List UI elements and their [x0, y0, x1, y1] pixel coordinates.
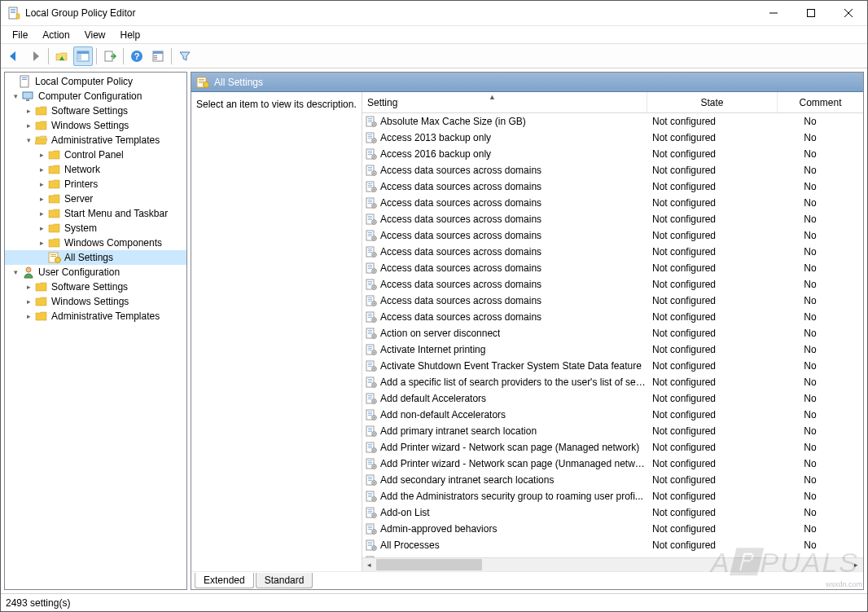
setting-row[interactable]: Action on server disconnectNot configure… — [362, 325, 863, 341]
tree-pane[interactable]: Local Computer Policy ▾ Computer Configu… — [4, 72, 187, 590]
column-comment[interactable]: Comment — [778, 92, 863, 112]
chevron-right-icon[interactable]: ▸ — [36, 222, 48, 235]
tree-item[interactable]: ▸Control Panel — [5, 147, 186, 162]
setting-row[interactable]: Add secondary intranet search locationsN… — [362, 472, 863, 488]
setting-row[interactable]: Add the Administrators security group to… — [362, 488, 863, 504]
tree-item[interactable]: ▸Network — [5, 162, 186, 177]
svg-point-90 — [374, 271, 375, 272]
tree-item[interactable]: ▸System — [5, 221, 186, 236]
menu-file[interactable]: File — [6, 28, 34, 42]
titlebar[interactable]: Local Group Policy Editor — [1, 1, 867, 26]
tree-item[interactable]: ▸Software Settings — [5, 280, 186, 294]
up-button[interactable] — [52, 46, 72, 66]
tree-item[interactable]: ▸Printers — [5, 177, 186, 192]
tree-user-configuration[interactable]: ▾ User Configuration — [5, 265, 186, 280]
scroll-right-icon[interactable]: ▸ — [849, 558, 863, 571]
setting-row[interactable]: Add default AcceleratorsNot configuredNo — [362, 390, 863, 407]
setting-row[interactable]: Activate Internet printingNot configured… — [362, 341, 863, 358]
setting-row[interactable]: Access data sources across domainsNot co… — [362, 276, 863, 293]
chevron-right-icon[interactable]: ▸ — [36, 164, 48, 176]
setting-row[interactable]: Access data sources across domainsNot co… — [362, 244, 863, 260]
setting-row[interactable]: Add a specific list of search providers … — [362, 374, 863, 390]
setting-row[interactable]: Access data sources across domainsNot co… — [362, 309, 863, 325]
tree-administrative-templates[interactable]: ▾ Administrative Templates — [5, 133, 186, 147]
setting-comment: No — [778, 539, 843, 551]
setting-row[interactable]: Add primary intranet search locationNot … — [362, 423, 863, 439]
setting-state: Not configured — [647, 376, 778, 388]
setting-row[interactable]: Admin-approved behaviorsNot configuredNo — [362, 521, 863, 537]
setting-row[interactable]: Access data sources across domainsNot co… — [362, 293, 863, 309]
chevron-right-icon[interactable]: ▸ — [23, 105, 35, 117]
policy-setting-icon — [366, 165, 377, 176]
setting-row[interactable]: Access 2013 backup onlyNot configuredNo — [362, 130, 863, 146]
properties-button[interactable] — [148, 46, 168, 66]
minimize-button[interactable] — [755, 1, 792, 25]
tree-root[interactable]: Local Computer Policy — [5, 74, 186, 89]
chevron-right-icon[interactable]: ▸ — [23, 310, 35, 323]
show-hide-tree-button[interactable] — [73, 46, 93, 66]
setting-row[interactable]: Access 2016 backup onlyNot configuredNo — [362, 146, 863, 162]
tree-computer-configuration[interactable]: ▾ Computer Configuration — [5, 89, 186, 103]
filter-button[interactable] — [175, 46, 195, 66]
column-setting[interactable]: Setting — [362, 92, 647, 112]
setting-state: Not configured — [647, 507, 778, 518]
setting-row[interactable]: Absolute Max Cache Size (in GB)Not confi… — [362, 113, 863, 130]
menu-help[interactable]: Help — [114, 28, 147, 42]
chevron-right-icon[interactable]: ▸ — [23, 281, 35, 293]
export-button[interactable] — [100, 46, 120, 66]
setting-row[interactable]: Access data sources across domainsNot co… — [362, 178, 863, 195]
chevron-right-icon[interactable]: ▸ — [36, 178, 48, 191]
scroll-left-icon[interactable]: ◂ — [362, 558, 376, 571]
tree-item[interactable]: ▸Windows Components — [5, 236, 186, 250]
tree-all-settings[interactable]: All Settings — [5, 250, 186, 265]
setting-row[interactable]: Access data sources across domainsNot co… — [362, 195, 863, 211]
tree-item[interactable]: ▸Server — [5, 192, 186, 206]
setting-name: Access data sources across domains — [380, 214, 541, 225]
setting-row[interactable]: Access data sources across domainsNot co… — [362, 162, 863, 178]
settings-list[interactable]: Absolute Max Cache Size (in GB)Not confi… — [362, 113, 863, 557]
chevron-right-icon[interactable]: ▸ — [36, 208, 48, 220]
tree-item[interactable]: ▸ Software Settings — [5, 103, 186, 118]
chevron-down-icon[interactable]: ▾ — [10, 266, 22, 279]
setting-row[interactable]: Add Printer wizard - Network scan page (… — [362, 456, 863, 472]
setting-row[interactable]: Access data sources across domainsNot co… — [362, 211, 863, 227]
scroll-thumb[interactable] — [376, 559, 482, 570]
menu-view[interactable]: View — [78, 28, 112, 42]
tab-extended[interactable]: Extended — [195, 573, 254, 588]
maximize-button[interactable] — [792, 1, 830, 25]
chevron-right-icon[interactable]: ▸ — [36, 237, 48, 249]
setting-comment: No — [778, 214, 843, 225]
expander-icon[interactable] — [7, 76, 19, 88]
svg-point-102 — [374, 303, 375, 305]
svg-rect-98 — [368, 297, 372, 298]
close-button[interactable] — [830, 1, 867, 25]
policy-setting-icon — [366, 507, 377, 518]
tree-item[interactable]: ▸Windows Settings — [5, 294, 186, 309]
column-state[interactable]: State — [647, 92, 778, 112]
chevron-down-icon[interactable]: ▾ — [10, 90, 22, 103]
setting-row[interactable]: Access data sources across domainsNot co… — [362, 260, 863, 276]
policy-setting-icon — [366, 491, 377, 502]
svg-rect-100 — [368, 301, 372, 302]
setting-row[interactable]: All ProcessesNot configuredNo — [362, 537, 863, 553]
back-button[interactable] — [4, 46, 24, 66]
chevron-right-icon[interactable]: ▸ — [36, 149, 48, 161]
setting-row[interactable]: Add Printer wizard - Network scan page (… — [362, 439, 863, 456]
tree-item[interactable]: ▸Start Menu and Taskbar — [5, 206, 186, 221]
horizontal-scrollbar[interactable]: ◂ ▸ — [362, 557, 863, 571]
setting-row[interactable]: Access data sources across domainsNot co… — [362, 227, 863, 244]
chevron-right-icon[interactable] — [36, 252, 48, 264]
setting-row[interactable]: Add non-default AcceleratorsNot configur… — [362, 407, 863, 423]
tree-item[interactable]: ▸ Windows Settings — [5, 118, 186, 133]
chevron-right-icon[interactable]: ▸ — [23, 120, 35, 132]
tree-item[interactable]: ▸Administrative Templates — [5, 309, 186, 324]
tab-standard[interactable]: Standard — [256, 573, 313, 588]
chevron-down-icon[interactable]: ▾ — [23, 134, 35, 147]
chevron-right-icon[interactable]: ▸ — [36, 193, 48, 205]
setting-row[interactable]: Activate Shutdown Event Tracker System S… — [362, 358, 863, 374]
help-button[interactable]: ? — [127, 46, 147, 66]
forward-button[interactable] — [25, 46, 45, 66]
setting-row[interactable]: Add-on ListNot configuredNo — [362, 504, 863, 521]
menu-action[interactable]: Action — [36, 28, 76, 42]
chevron-right-icon[interactable]: ▸ — [23, 296, 35, 308]
